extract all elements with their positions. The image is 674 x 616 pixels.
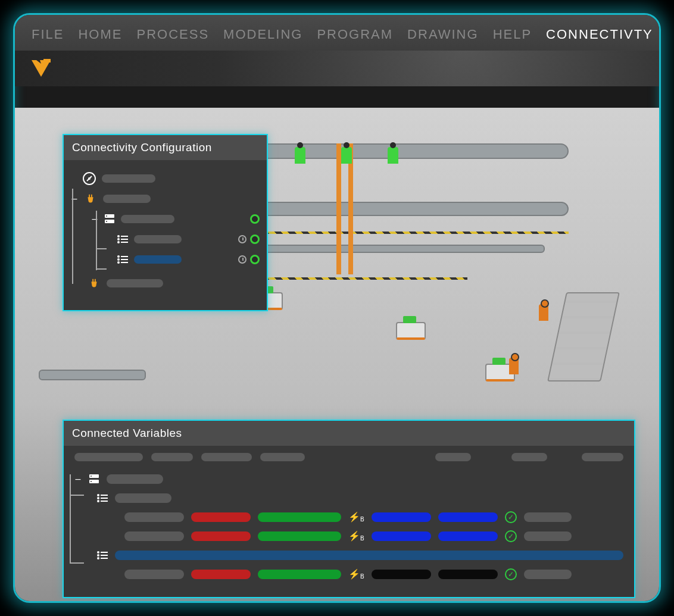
svg-point-26 bbox=[97, 497, 99, 499]
config-tree-item[interactable] bbox=[117, 249, 260, 270]
bolt-icon: ⚡B bbox=[348, 570, 364, 580]
menu-program[interactable]: PROGRAM bbox=[317, 27, 393, 42]
var-cell bbox=[372, 570, 431, 579]
variable-row[interactable]: ⚡B ✓ bbox=[124, 527, 623, 546]
clock-status-icon bbox=[238, 235, 246, 243]
menu-modeling[interactable]: MODELING bbox=[223, 27, 302, 42]
tree-item-label bbox=[121, 215, 174, 223]
column-header[interactable] bbox=[435, 453, 471, 461]
vars-column-headers bbox=[64, 446, 634, 467]
column-header[interactable] bbox=[201, 453, 252, 461]
variable-row[interactable]: ⚡B ✓ bbox=[124, 508, 623, 527]
svg-point-6 bbox=[106, 215, 107, 217]
svg-rect-15 bbox=[121, 256, 128, 257]
var-cell bbox=[524, 512, 572, 522]
app-window: FILE HOME PROCESS MODELING PROGRAM DRAWI… bbox=[13, 13, 661, 603]
config-tree-item[interactable] bbox=[88, 273, 260, 293]
ribbon-strip bbox=[15, 51, 659, 86]
column-header[interactable] bbox=[151, 453, 193, 461]
svg-rect-27 bbox=[101, 498, 108, 499]
list-icon bbox=[117, 235, 128, 243]
column-header[interactable] bbox=[74, 453, 143, 461]
svg-rect-25 bbox=[101, 495, 108, 496]
bolt-icon: ⚡B bbox=[348, 512, 364, 523]
svg-rect-29 bbox=[101, 501, 108, 502]
var-cell bbox=[438, 570, 498, 579]
menu-file[interactable]: FILE bbox=[32, 27, 64, 42]
tree-item-label bbox=[134, 255, 182, 264]
vars-panel-title: Connected Variables bbox=[64, 421, 634, 446]
var-cell bbox=[372, 531, 431, 541]
svg-point-12 bbox=[117, 241, 120, 243]
svg-point-22 bbox=[91, 476, 92, 477]
menu-home[interactable]: HOME bbox=[78, 27, 122, 42]
clock-status-icon bbox=[238, 255, 246, 264]
main-menu-bar: FILE HOME PROCESS MODELING PROGRAM DRAWI… bbox=[15, 15, 659, 51]
svg-point-18 bbox=[117, 261, 120, 264]
plug-icon bbox=[88, 277, 101, 290]
var-cell bbox=[124, 531, 184, 541]
svg-rect-9 bbox=[121, 236, 128, 237]
connected-variables-panel[interactable]: Connected Variables – bbox=[63, 420, 635, 598]
menu-drawing[interactable]: DRAWING bbox=[407, 27, 479, 42]
tree-item-label bbox=[134, 235, 182, 243]
column-header[interactable] bbox=[260, 453, 305, 461]
plug-icon bbox=[84, 192, 97, 205]
svg-marker-0 bbox=[32, 60, 51, 77]
var-cell bbox=[258, 531, 341, 541]
power-status-icon bbox=[250, 234, 260, 244]
var-cell bbox=[191, 512, 251, 522]
list-icon bbox=[97, 494, 108, 502]
server-icon bbox=[89, 474, 99, 484]
svg-rect-33 bbox=[101, 555, 108, 556]
var-cell bbox=[124, 570, 184, 579]
collapse-toggle[interactable]: – bbox=[74, 474, 82, 484]
var-cell bbox=[438, 512, 498, 522]
no-signal-icon bbox=[83, 172, 96, 185]
svg-rect-17 bbox=[121, 259, 128, 260]
svg-point-3 bbox=[88, 177, 91, 180]
check-ok-icon: ✓ bbox=[505, 511, 517, 523]
vars-tree-sublist[interactable] bbox=[97, 546, 623, 565]
config-tree-item[interactable] bbox=[83, 168, 260, 189]
column-header[interactable] bbox=[582, 453, 623, 461]
svg-point-23 bbox=[91, 481, 92, 482]
config-tree-item[interactable]: – bbox=[91, 209, 260, 229]
sublist-label bbox=[115, 493, 171, 503]
var-cell bbox=[124, 512, 184, 522]
tree-item-label bbox=[103, 195, 151, 203]
svg-point-14 bbox=[117, 255, 120, 258]
power-status-icon bbox=[250, 255, 260, 264]
svg-point-30 bbox=[97, 551, 99, 554]
list-icon bbox=[97, 551, 108, 559]
config-panel-title: Connectivity Configuration bbox=[64, 135, 267, 160]
var-cell bbox=[191, 570, 251, 579]
svg-rect-13 bbox=[121, 242, 128, 243]
svg-point-32 bbox=[97, 554, 99, 556]
menu-connectivity[interactable]: CONNECTIVTY bbox=[546, 27, 653, 42]
check-ok-icon: ✓ bbox=[505, 530, 517, 542]
svg-point-34 bbox=[97, 557, 99, 559]
svg-rect-2 bbox=[43, 59, 51, 62]
collapse-toggle[interactable]: – bbox=[91, 214, 98, 224]
var-cell bbox=[524, 570, 572, 579]
variable-row[interactable]: ⚡B ✓ bbox=[124, 565, 623, 584]
selection-band bbox=[115, 551, 623, 560]
svg-point-24 bbox=[97, 494, 99, 496]
menu-help[interactable]: HELP bbox=[493, 27, 532, 42]
config-tree-item[interactable]: – bbox=[71, 189, 260, 209]
var-cell bbox=[438, 531, 498, 541]
column-header[interactable] bbox=[511, 453, 547, 461]
list-icon bbox=[117, 255, 128, 264]
vars-tree-sublist[interactable] bbox=[97, 489, 623, 508]
server-icon bbox=[104, 214, 115, 224]
var-cell bbox=[258, 570, 341, 579]
menu-process[interactable]: PROCESS bbox=[136, 27, 209, 42]
config-tree-item[interactable] bbox=[117, 229, 260, 249]
svg-point-16 bbox=[117, 258, 120, 261]
svg-rect-19 bbox=[121, 262, 128, 263]
group-label bbox=[107, 474, 163, 484]
vars-tree-group[interactable]: – bbox=[74, 470, 623, 489]
connectivity-config-panel[interactable]: Connectivity Configuration – bbox=[63, 134, 268, 311]
app-logo-icon bbox=[30, 59, 52, 78]
